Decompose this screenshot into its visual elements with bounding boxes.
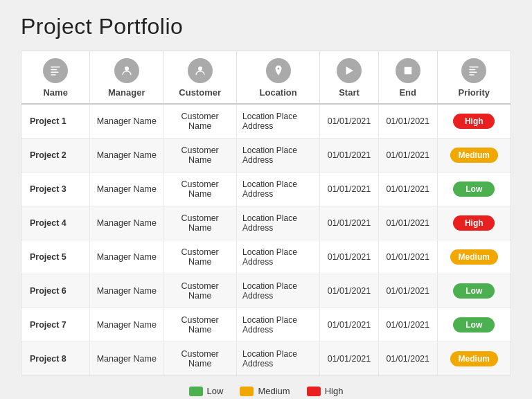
col-end-label: End — [378, 85, 437, 104]
svg-rect-10 — [470, 72, 477, 73]
cell-location: Location Place Address — [237, 342, 320, 376]
legend-dot-medium — [240, 387, 254, 396]
priority-badge: High — [453, 215, 495, 231]
cell-priority: Medium — [437, 139, 511, 172]
manager-icon — [114, 58, 139, 83]
cell-location: Location Place Address — [237, 139, 320, 172]
svg-point-5 — [198, 66, 202, 71]
priority-badge: Medium — [450, 351, 498, 366]
cell-manager: Manager Name — [90, 274, 163, 308]
table-row: Project 6Manager NameCustomer NameLocati… — [21, 274, 511, 308]
priority-badge: Medium — [450, 249, 498, 265]
legend-dot-high — [307, 387, 321, 396]
cell-priority: High — [437, 206, 511, 240]
cell-customer: Customer Name — [163, 139, 237, 172]
priority-badge: High — [453, 114, 495, 129]
cell-end: 01/01/2021 — [378, 206, 437, 240]
cell-priority: Low — [437, 172, 511, 206]
svg-rect-3 — [51, 74, 56, 76]
cell-start: 01/01/2021 — [320, 240, 379, 274]
cell-name: Project 3 — [21, 172, 90, 206]
col-manager-label: Manager — [90, 85, 163, 104]
cell-priority: Medium — [437, 240, 511, 274]
cell-manager: Manager Name — [90, 308, 163, 342]
cell-end: 01/01/2021 — [378, 342, 437, 376]
cell-priority: Low — [437, 274, 511, 308]
cell-priority: Low — [437, 308, 511, 342]
cell-start: 01/01/2021 — [320, 104, 379, 139]
end-icon — [396, 58, 420, 83]
project-table-wrapper: Name Manager Customer Location Start End… — [21, 51, 511, 376]
cell-manager: Manager Name — [90, 206, 163, 240]
svg-rect-0 — [51, 66, 60, 68]
cell-manager: Manager Name — [90, 104, 163, 139]
cell-manager: Manager Name — [90, 240, 163, 274]
cell-name: Project 4 — [21, 206, 90, 240]
cell-manager: Manager Name — [90, 342, 163, 376]
cell-customer: Customer Name — [163, 274, 237, 308]
svg-rect-7 — [404, 67, 411, 75]
cell-start: 01/01/2021 — [320, 274, 379, 308]
col-start-label: Start — [320, 85, 379, 104]
col-end-icon-cell — [378, 51, 437, 85]
cell-end: 01/01/2021 — [378, 308, 437, 342]
cell-end: 01/01/2021 — [378, 172, 437, 206]
cell-end: 01/01/2021 — [378, 139, 437, 172]
legend-medium-label: Medium — [258, 386, 290, 396]
cell-manager: Manager Name — [90, 139, 163, 172]
svg-marker-6 — [346, 66, 353, 75]
cell-name: Project 5 — [21, 240, 90, 274]
cell-priority: High — [437, 104, 511, 139]
cell-priority: Medium — [437, 342, 511, 376]
cell-start: 01/01/2021 — [320, 206, 379, 240]
col-name-icon-cell — [21, 51, 90, 85]
cell-customer: Customer Name — [163, 308, 237, 342]
cell-customer: Customer Name — [163, 172, 237, 206]
col-location-icon-cell — [237, 51, 320, 85]
legend-high: High — [307, 386, 344, 396]
col-priority-label: Priority — [437, 85, 511, 104]
col-priority-icon-cell — [437, 51, 511, 85]
cell-customer: Customer Name — [163, 342, 237, 376]
name-icon — [43, 58, 68, 83]
svg-rect-9 — [470, 69, 476, 71]
col-start-icon-cell — [320, 51, 379, 85]
cell-start: 01/01/2021 — [320, 342, 379, 376]
col-customer-icon-cell — [163, 51, 237, 85]
priority-badge: Low — [453, 283, 495, 299]
cell-location: Location Place Address — [237, 172, 320, 206]
legend-medium: Medium — [240, 386, 290, 396]
cell-end: 01/01/2021 — [378, 240, 437, 274]
start-icon — [337, 58, 362, 83]
priority-badge: Low — [453, 317, 495, 332]
table-row: Project 5Manager NameCustomer NameLocati… — [21, 240, 511, 274]
location-icon — [266, 58, 291, 83]
legend-dot-low — [189, 387, 203, 396]
cell-name: Project 1 — [21, 104, 90, 139]
cell-location: Location Place Address — [237, 308, 320, 342]
cell-location: Location Place Address — [237, 206, 320, 240]
svg-rect-8 — [470, 66, 479, 68]
cell-location: Location Place Address — [237, 274, 320, 308]
svg-rect-11 — [470, 74, 475, 76]
col-manager-icon-cell — [90, 51, 163, 85]
table-row: Project 1Manager NameCustomer NameLocati… — [21, 104, 511, 139]
cell-location: Location Place Address — [237, 104, 320, 139]
col-customer-label: Customer — [163, 85, 237, 104]
legend-high-label: High — [325, 386, 344, 396]
cell-manager: Manager Name — [90, 172, 163, 206]
cell-name: Project 2 — [21, 139, 90, 172]
cell-name: Project 7 — [21, 308, 90, 342]
header-icon-row — [21, 51, 511, 85]
cell-start: 01/01/2021 — [320, 308, 379, 342]
cell-name: Project 6 — [21, 274, 90, 308]
priority-icon — [461, 58, 486, 83]
header-label-row: Name Manager Customer Location Start End… — [21, 85, 511, 104]
project-table: Name Manager Customer Location Start End… — [21, 51, 511, 375]
priority-badge: Medium — [450, 148, 498, 163]
legend: Low Medium High — [21, 386, 511, 396]
page-title: Project Portfolio — [21, 14, 511, 39]
table-row: Project 7Manager NameCustomer NameLocati… — [21, 308, 511, 342]
table-row: Project 4Manager NameCustomer NameLocati… — [21, 206, 511, 240]
table-body: Project 1Manager NameCustomer NameLocati… — [21, 104, 511, 375]
